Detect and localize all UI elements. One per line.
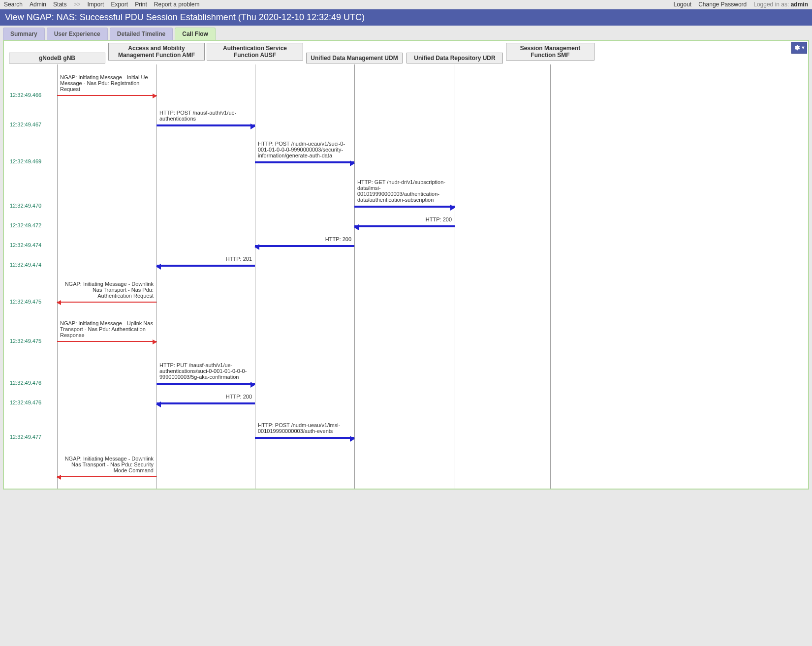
menu-import[interactable]: Import xyxy=(87,1,104,8)
lifeline xyxy=(354,64,355,490)
lifeline xyxy=(57,64,58,490)
node-header[interactable]: Session Management Function SMF xyxy=(506,43,594,61)
tab-summary[interactable]: Summary xyxy=(3,28,45,40)
menu-print[interactable]: Print xyxy=(135,1,147,8)
timestamp: 12:32:49.466 xyxy=(10,92,41,98)
timestamp: 12:32:49.476 xyxy=(10,380,41,386)
timestamp: 12:32:49.469 xyxy=(10,158,41,164)
lifeline xyxy=(550,64,551,490)
timestamp: 12:32:49.467 xyxy=(10,122,41,127)
menu-logout[interactable]: Logout xyxy=(673,1,691,8)
tabs: SummaryUser ExperienceDetailed TimelineC… xyxy=(0,26,812,40)
message-label: NGAP: Initiating Message - Uplink Nas Tr… xyxy=(60,320,154,338)
timestamp: 12:32:49.475 xyxy=(10,338,41,344)
message-label: HTTP: POST /nausf-auth/v1/ue-authenticat… xyxy=(159,110,252,122)
logged-in-label: Logged in as: admin xyxy=(753,1,808,8)
menu-change-password[interactable]: Change Password xyxy=(698,1,747,8)
tab-detailed-timeline[interactable]: Detailed Timeline xyxy=(110,28,173,40)
message-label: HTTP: PUT /nausf-auth/v1/ue-authenticati… xyxy=(159,362,252,380)
message-label: HTTP: 201 xyxy=(159,256,252,262)
node-header[interactable]: gNodeB gNB xyxy=(9,53,105,63)
top-menu: SearchAdminStats>>ImportExportPrintRepor… xyxy=(0,0,812,9)
node-header[interactable]: Unified Data Repository UDR xyxy=(406,53,503,63)
timestamp: 12:32:49.474 xyxy=(10,262,41,268)
tab-call-flow[interactable]: Call Flow xyxy=(175,28,216,40)
menu-export[interactable]: Export xyxy=(111,1,128,8)
timestamp: 12:32:49.472 xyxy=(10,222,41,228)
settings-button[interactable]: ▼ xyxy=(791,42,807,54)
message-label: HTTP: POST /nudm-ueau/v1/imsi-0010199900… xyxy=(258,422,351,434)
lifeline xyxy=(156,64,157,490)
timestamp: 12:32:49.474 xyxy=(10,242,41,248)
node-header[interactable]: Authentication Service Function AUSF xyxy=(207,43,303,61)
menu-search[interactable]: Search xyxy=(4,1,23,8)
page-title: View NGAP: NAS: Successful PDU Session E… xyxy=(0,9,812,26)
message-label: HTTP: 200 xyxy=(159,394,252,400)
timestamp: 12:32:49.476 xyxy=(10,400,41,405)
menu-stats[interactable]: Stats xyxy=(53,1,66,8)
message-label: NGAP: Initiating Message - Downlink Nas … xyxy=(60,456,154,473)
menu-admin[interactable]: Admin xyxy=(30,1,46,8)
timestamp: 12:32:49.475 xyxy=(10,299,41,305)
lifeline xyxy=(455,64,455,490)
node-header[interactable]: Unified Data Management UDM xyxy=(306,53,403,63)
message-label: HTTP: 200 xyxy=(258,236,351,242)
message-label: NGAP: Initiating Message - Initial Ue Me… xyxy=(60,74,154,92)
node-header[interactable]: Access and Mobility Management Function … xyxy=(108,43,205,61)
tab-user-experience[interactable]: User Experience xyxy=(47,28,108,40)
menu--: >> xyxy=(73,1,80,8)
message-label: HTTP: GET /nudr-dr/v1/subscription-data/… xyxy=(357,179,452,203)
timestamp: 12:32:49.470 xyxy=(10,203,41,209)
call-flow-panel[interactable]: ▼ gNodeB gNBAccess and Mobility Manageme… xyxy=(3,40,809,490)
menu-report-a-problem[interactable]: Report a problem xyxy=(154,1,200,8)
timestamp: 12:32:49.477 xyxy=(10,434,41,440)
message-label: HTTP: POST /nudm-ueau/v1/suci-0-001-01-0… xyxy=(258,141,351,158)
message-label: NGAP: Initiating Message - Downlink Nas … xyxy=(60,281,154,299)
message-label: HTTP: 200 xyxy=(357,216,452,222)
